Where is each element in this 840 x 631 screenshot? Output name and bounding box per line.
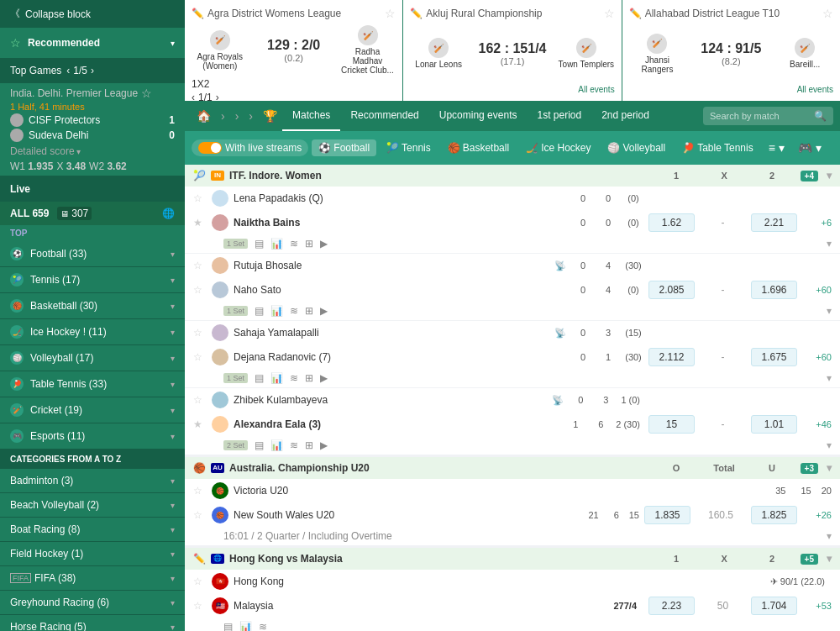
expand-match-2[interactable]: ▾ xyxy=(827,305,832,317)
tab-2nd-period[interactable]: 2nd period xyxy=(591,101,659,131)
naiktha-odd1-btn[interactable]: 1.62 xyxy=(648,213,695,232)
filter-basketball[interactable]: 🏀 Basketball xyxy=(441,139,516,156)
plus-badge-hk[interactable]: +5 xyxy=(801,554,818,565)
card2-all-events[interactable]: All events xyxy=(410,85,614,94)
bar-chart-icon-2[interactable]: ▤ xyxy=(255,305,264,317)
expand-match-1[interactable]: ▾ xyxy=(827,238,832,250)
plus-badge-itf[interactable]: +4 xyxy=(801,171,818,181)
naiktha-odd3-btn[interactable]: 2.21 xyxy=(751,213,797,232)
malaysia-odd2[interactable]: 50 xyxy=(700,600,746,612)
card1-star[interactable]: ☆ xyxy=(385,7,396,20)
sidebar-item-basketball[interactable]: 🏀 Basketball (30) ▾ xyxy=(0,293,185,319)
detailed-score-link[interactable]: Detailed score ▾ xyxy=(10,145,175,157)
star-naho[interactable]: ☆ xyxy=(193,284,207,296)
sidebar-item-fifa[interactable]: FIFA FIFA (38) ▾ xyxy=(0,566,185,591)
filter-tabletennis[interactable]: 🏓 Table Tennis xyxy=(675,139,760,156)
star-alexandra[interactable]: ★ xyxy=(193,418,207,430)
history-icon-4[interactable]: ⊞ xyxy=(305,439,313,451)
game-star[interactable]: ☆ xyxy=(141,87,152,100)
sidebar-item-tennis[interactable]: 🎾 Tennis (17) ▾ xyxy=(0,267,185,293)
collapse-button[interactable]: 《 Collapse block xyxy=(0,0,185,28)
video-icon-2[interactable]: ▶ xyxy=(320,305,328,317)
bar-chart-icon-4[interactable]: ▤ xyxy=(255,439,264,451)
dejana-odd3-btn[interactable]: 1.675 xyxy=(751,348,797,366)
line-chart-icon-1[interactable]: 📊 xyxy=(270,238,283,250)
tab-recommended[interactable]: Recommended xyxy=(340,101,428,131)
home-icon[interactable]: 🏠 xyxy=(192,109,216,123)
more-filters-icon[interactable]: ≡ ▾ xyxy=(764,139,790,157)
group-expand-hk[interactable]: ▾ xyxy=(827,553,832,565)
history-icon-1[interactable]: ⊞ xyxy=(305,238,313,250)
filter-tennis[interactable]: 🎾 Tennis xyxy=(380,139,438,156)
group-expand-aus[interactable]: ▾ xyxy=(827,462,832,474)
line-chart-icon-2[interactable]: 📊 xyxy=(270,305,283,317)
naho-odd1-btn[interactable]: 2.085 xyxy=(648,281,695,299)
live-all-section[interactable]: ALL 659 🖥 307 🌐 xyxy=(0,202,185,225)
alexandra-plus[interactable]: +46 xyxy=(802,419,832,429)
dejana-odd1-btn[interactable]: 2.112 xyxy=(648,348,695,366)
star-nsw[interactable]: ☆ xyxy=(193,509,207,521)
star-rutuja[interactable]: ☆ xyxy=(193,260,207,271)
malaysia-plus[interactable]: +53 xyxy=(802,601,832,611)
nav-prev-icon[interactable]: ‹ xyxy=(66,65,70,76)
sidebar-item-greyhoundracing[interactable]: Greyhound Racing (6) ▾ xyxy=(0,591,185,615)
bar-chart-icon-hk[interactable]: ▤ xyxy=(223,621,233,631)
star-victoria[interactable]: ☆ xyxy=(193,485,207,497)
video-icon-3[interactable]: ▶ xyxy=(320,372,328,384)
top-games-nav[interactable]: ‹ 1/5 › xyxy=(66,65,94,76)
toggle-switch[interactable] xyxy=(198,142,222,154)
alexandra-odd1-btn[interactable]: 15 xyxy=(648,415,695,434)
sidebar-item-badminton[interactable]: Badminton (3) ▾ xyxy=(0,469,185,493)
line-chart-icon-4[interactable]: 📊 xyxy=(270,439,283,451)
filter-icehockey[interactable]: 🏒 Ice Hockey xyxy=(519,139,597,156)
tab-upcoming[interactable]: Upcoming events xyxy=(429,101,528,131)
star-zhibek[interactable]: ☆ xyxy=(193,394,207,406)
naho-odd3-btn[interactable]: 1.696 xyxy=(751,281,797,299)
nsw-odd1-btn[interactable]: 1.835 xyxy=(644,506,690,524)
tab-matches[interactable]: Matches xyxy=(282,101,340,131)
sidebar-item-cricket[interactable]: 🏏 Cricket (19) ▾ xyxy=(0,397,185,423)
nsw-odd2[interactable]: 160.5 xyxy=(696,509,746,521)
expand-match-3[interactable]: ▾ xyxy=(827,372,832,384)
expand-match-4[interactable]: ▾ xyxy=(827,439,832,451)
stats-icon-hk[interactable]: ≋ xyxy=(259,621,267,631)
search-input[interactable] xyxy=(710,111,811,121)
stats-icon-3[interactable]: ≋ xyxy=(290,372,298,384)
star-dejana[interactable]: ☆ xyxy=(193,351,207,363)
sidebar-item-boatracing[interactable]: Boat Racing (8) ▾ xyxy=(0,518,185,542)
nsw-odd3-btn[interactable]: 1.825 xyxy=(751,506,797,524)
gamepad-filter-icon[interactable]: 🎮 ▾ xyxy=(793,139,827,157)
naiktha-plus[interactable]: +6 xyxy=(802,218,832,228)
star-malaysia[interactable]: ☆ xyxy=(193,600,207,612)
search-box[interactable]: 🔍 xyxy=(703,107,833,125)
card3-star[interactable]: ☆ xyxy=(822,7,833,20)
live-streams-toggle[interactable]: With live streams xyxy=(192,139,308,156)
expand-aus-match[interactable]: ▾ xyxy=(827,530,832,542)
star-naiktha[interactable]: ★ xyxy=(193,217,207,229)
card3-all-events[interactable]: All events xyxy=(629,85,833,94)
history-icon-2[interactable]: ⊞ xyxy=(305,305,313,317)
line-chart-icon-hk[interactable]: 📊 xyxy=(239,621,252,631)
history-icon-3[interactable]: ⊞ xyxy=(305,372,313,384)
sidebar-item-volleyball[interactable]: 🏐 Volleyball (17) ▾ xyxy=(0,345,185,371)
video-icon-4[interactable]: ▶ xyxy=(320,439,328,451)
line-chart-icon-3[interactable]: 📊 xyxy=(270,372,283,384)
stats-icon-2[interactable]: ≋ xyxy=(290,305,298,317)
sidebar-item-beachvolleyball[interactable]: Beach Volleyball (2) ▾ xyxy=(0,493,185,518)
bar-chart-icon-1[interactable]: ▤ xyxy=(255,238,264,250)
sidebar-item-tabletennis[interactable]: 🏓 Table Tennis (33) ▾ xyxy=(0,371,185,397)
tab-1st-period[interactable]: 1st period xyxy=(527,101,591,131)
alexandra-odd3-btn[interactable]: 1.01 xyxy=(751,415,797,434)
sidebar-item-icehockey[interactable]: 🏒 Ice Hockey ! (11) ▾ xyxy=(0,319,185,345)
globe-icon[interactable]: 🌐 xyxy=(162,208,175,219)
plus-badge-aus[interactable]: +3 xyxy=(801,463,818,474)
filter-football[interactable]: ⚽ Football xyxy=(312,139,376,156)
stats-icon-4[interactable]: ≋ xyxy=(290,439,298,451)
nav-next-icon-c1[interactable]: › xyxy=(216,92,219,101)
sidebar-item-football[interactable]: ⚽ Football (33) ▾ xyxy=(0,241,185,267)
dejana-plus[interactable]: +60 xyxy=(802,352,832,362)
malaysia-odd3-btn[interactable]: 1.704 xyxy=(751,597,797,615)
filter-volleyball[interactable]: 🏐 Volleyball xyxy=(601,139,672,156)
bar-chart-icon-3[interactable]: ▤ xyxy=(255,372,264,384)
card2-star[interactable]: ☆ xyxy=(604,7,615,20)
